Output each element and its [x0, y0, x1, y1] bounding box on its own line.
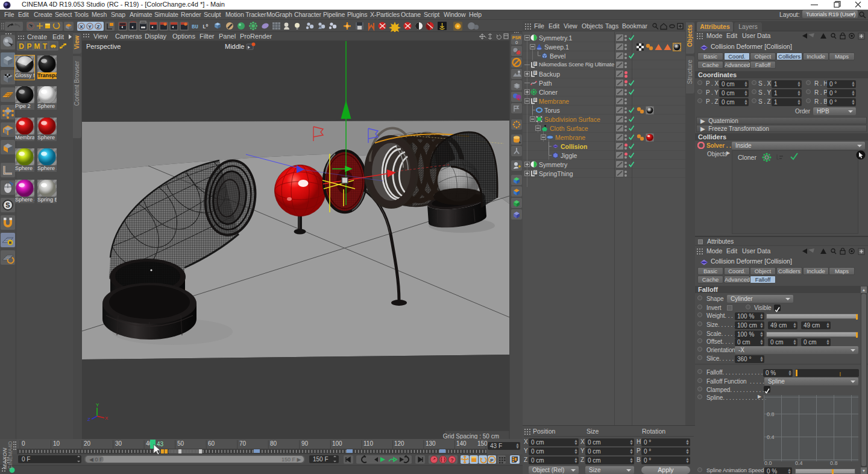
- svg-text:X: X: [80, 24, 83, 30]
- svg-text:0.4: 0.4: [767, 434, 775, 440]
- svg-text:150 F ▶: 150 F ▶: [281, 457, 301, 463]
- svg-text:0: 0: [534, 171, 536, 174]
- svg-text:30: 30: [115, 440, 122, 447]
- svg-text:20: 20: [84, 440, 91, 447]
- svg-text:0: 0: [515, 40, 518, 45]
- svg-text:Grid Spacing : 50 cm: Grid Spacing : 50 cm: [443, 433, 499, 439]
- svg-text:100: 100: [332, 440, 342, 447]
- svg-text:0: 0: [534, 98, 536, 102]
- svg-text:10: 10: [53, 440, 60, 447]
- svg-text:P: P: [490, 458, 494, 463]
- svg-text:140: 140: [456, 440, 467, 447]
- svg-text:80: 80: [270, 440, 277, 447]
- svg-text:50: 50: [177, 440, 184, 447]
- svg-text:X: X: [105, 416, 108, 421]
- svg-text:0: 0: [534, 62, 536, 66]
- svg-text:110: 110: [363, 440, 373, 447]
- svg-text:L⁰: L⁰: [203, 24, 208, 30]
- svg-text:0: 0: [22, 440, 25, 447]
- svg-text:150: 150: [477, 440, 488, 447]
- svg-text:130: 130: [426, 440, 436, 447]
- svg-text:Y: Y: [96, 402, 99, 408]
- svg-text:Y: Y: [88, 24, 92, 30]
- svg-text:?: ?: [450, 457, 454, 463]
- svg-text:70: 70: [239, 440, 247, 447]
- svg-text:120: 120: [394, 440, 404, 447]
- svg-text:0.0: 0.0: [764, 460, 772, 466]
- svg-text:0: 0: [534, 71, 536, 75]
- svg-text:0.8: 0.8: [830, 460, 838, 466]
- svg-text:60: 60: [208, 440, 215, 447]
- svg-text:Z: Z: [87, 417, 90, 422]
- svg-text:150 F: 150 F: [313, 456, 329, 463]
- svg-text:90: 90: [301, 440, 309, 447]
- svg-text:BU: BU: [192, 24, 198, 30]
- svg-text:0.8: 0.8: [767, 411, 775, 417]
- svg-text:Z: Z: [97, 24, 100, 30]
- svg-text:0 F: 0 F: [22, 456, 30, 463]
- svg-text:43: 43: [157, 441, 164, 447]
- svg-text:S: S: [5, 201, 10, 209]
- svg-text:0.4: 0.4: [795, 460, 803, 466]
- svg-text:◀ 0 F: ◀ 0 F: [89, 457, 103, 463]
